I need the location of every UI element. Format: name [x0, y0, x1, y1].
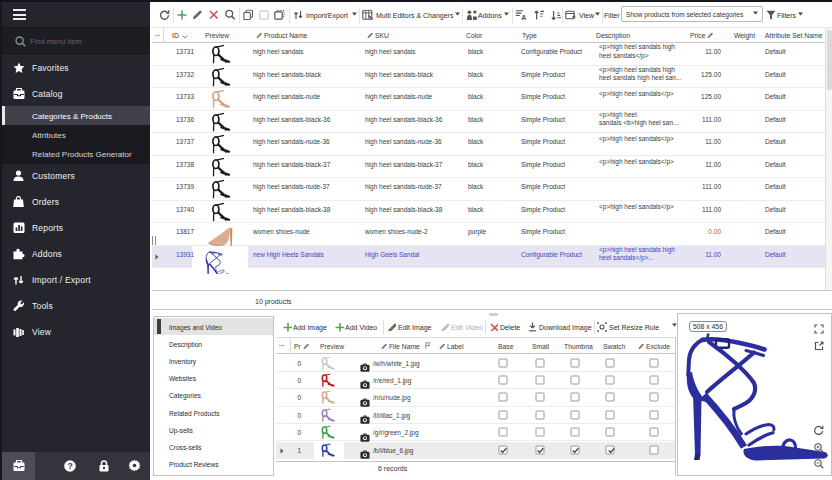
svg-text:?: ? — [67, 461, 72, 471]
svg-text:A: A — [521, 13, 526, 20]
